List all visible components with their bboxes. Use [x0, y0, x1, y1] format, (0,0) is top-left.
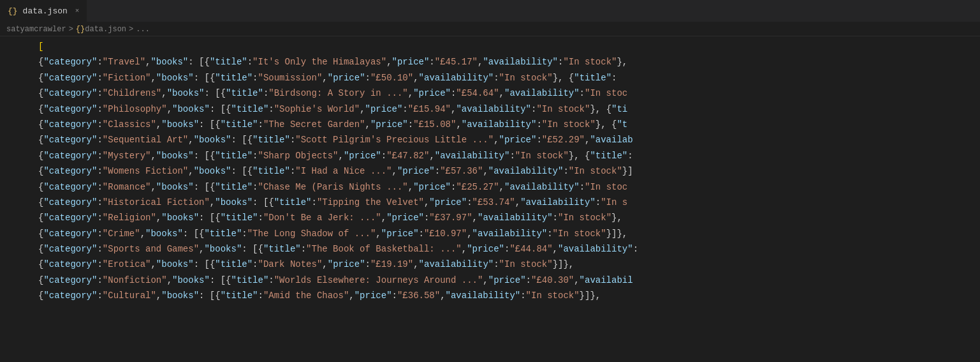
- editor-line: {"category": "Cultural", "books": [{"tit…: [0, 288, 980, 303]
- editor-line: {"category": "Romance", "books": [{"titl…: [0, 179, 980, 195]
- breadcrumb-workspace: satyamcrawler: [6, 25, 66, 34]
- editor-line: {"category": "Religion", "books": [{"tit…: [0, 210, 980, 225]
- editor-line: {"category": "Fiction", "books": [{"titl…: [0, 70, 980, 86]
- breadcrumb-bar: satyamcrawler > {} data.json > ...: [0, 22, 980, 36]
- editor-area: [ {"category": "Travel", "books": [{"tit…: [0, 36, 980, 362]
- tab-bar: {} data.json ×: [0, 0, 980, 22]
- editor-line: {"category": "Nonfiction", "books": [{"t…: [0, 273, 980, 288]
- json-file-icon: {}: [8, 6, 18, 16]
- editor-line: {"category": "Travel", "books": [{"title…: [0, 54, 980, 70]
- editor-line: {"category": "Childrens", "books": [{"ti…: [0, 86, 980, 101]
- editor-line: {"category": "Classics", "books": [{"tit…: [0, 117, 980, 132]
- editor-line: {"category": "Crime", "books": [{"title"…: [0, 226, 980, 241]
- editor-line: {"category": "Mystery", "books": [{"titl…: [0, 148, 980, 163]
- breadcrumb-ellipsis: ...: [136, 25, 150, 34]
- editor-line: {"category": "Erotica", "books": [{"titl…: [0, 257, 980, 272]
- breadcrumb-sep-1: >: [69, 25, 73, 34]
- editor-line: {"category": "Philosophy", "books": [{"t…: [0, 102, 980, 117]
- editor-line: {"category": "Sports and Games", "books"…: [0, 241, 980, 257]
- breadcrumb-sep-2: >: [129, 25, 133, 34]
- tab-data-json[interactable]: {} data.json ×: [0, 0, 87, 22]
- tab-label: data.json: [23, 6, 68, 16]
- breadcrumb-icon: {}: [76, 25, 85, 34]
- editor-line: {"category": "Womens Fiction", "books": …: [0, 163, 980, 179]
- editor-line: {"category": "Historical Fiction", "book…: [0, 195, 980, 210]
- breadcrumb-file: data.json: [85, 25, 126, 34]
- tab-close-button[interactable]: ×: [75, 7, 80, 15]
- editor-line: {"category": "Sequential Art", "books": …: [0, 132, 980, 147]
- editor-line: [: [0, 39, 980, 54]
